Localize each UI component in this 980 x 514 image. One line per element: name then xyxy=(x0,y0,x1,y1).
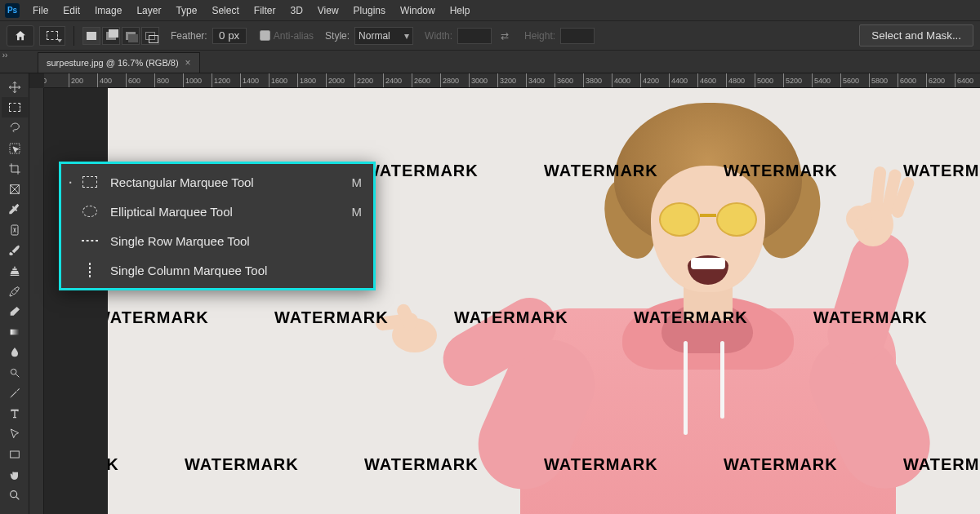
ruler-mark: 4600 xyxy=(697,73,716,87)
eyedropper-tool[interactable] xyxy=(2,199,28,219)
selection-subtract[interactable] xyxy=(122,27,140,45)
flyout-elliptical-marquee[interactable]: Elliptical Marquee Tool M xyxy=(61,197,373,226)
canvas-area: 0200400600800100012001400160018002000220… xyxy=(29,73,980,514)
ruler-mark: 5000 xyxy=(755,73,773,87)
watermark-text: WATERMARK xyxy=(724,162,838,180)
style-select[interactable]: Normal xyxy=(354,27,413,45)
tab-title: surpesture.jpg @ 16.7% (RGB/8) xyxy=(47,58,179,68)
history-brush-tool[interactable] xyxy=(2,281,28,301)
heal-tool[interactable] xyxy=(2,219,28,240)
ruler-mark: 0 xyxy=(44,73,47,87)
app-logo: Ps xyxy=(5,3,20,18)
menu-file[interactable]: File xyxy=(26,2,55,19)
clone-stamp-tool[interactable] xyxy=(2,260,28,281)
selection-intersect[interactable] xyxy=(141,27,159,45)
menu-plugins[interactable]: Plugins xyxy=(347,2,392,19)
menu-type[interactable]: Type xyxy=(169,2,203,19)
svg-rect-5 xyxy=(10,451,19,458)
watermark-text: WATERMARK xyxy=(454,308,568,327)
ruler-mark: 1200 xyxy=(212,73,230,87)
flyout-rectangular-marquee[interactable]: Rectangular Marquee Tool M xyxy=(61,167,373,197)
ruler-mark: 5400 xyxy=(812,73,831,87)
svg-point-4 xyxy=(11,369,16,374)
ruler-mark: 400 xyxy=(97,73,112,87)
menu-image[interactable]: Image xyxy=(88,2,128,19)
menu-help[interactable]: Help xyxy=(443,2,477,19)
ruler-mark: 3600 xyxy=(555,73,573,87)
type-tool[interactable] xyxy=(2,403,28,423)
eraser-tool[interactable] xyxy=(2,301,28,321)
tool-preset-picker[interactable] xyxy=(39,26,65,46)
tab-close-icon[interactable]: × xyxy=(185,57,191,69)
crop-tool[interactable] xyxy=(2,158,28,179)
flyout-single-row-marquee[interactable]: Single Row Marquee Tool xyxy=(61,226,373,255)
object-select-tool[interactable] xyxy=(2,138,28,158)
select-and-mask-button[interactable]: Select and Mask... xyxy=(859,24,973,47)
rectangle-tool[interactable] xyxy=(2,444,28,464)
ruler-mark: 5600 xyxy=(840,73,859,87)
ruler-mark: 4400 xyxy=(669,73,688,87)
dodge-tool[interactable] xyxy=(2,362,28,383)
watermark-text: WATERMARK xyxy=(185,455,299,474)
ruler-mark: 6400 xyxy=(955,73,973,87)
ruler-mark: 3200 xyxy=(497,73,516,87)
marquee-tool[interactable] xyxy=(2,97,28,117)
ellipse-marquee-icon xyxy=(81,203,99,219)
ruler-mark: 2600 xyxy=(412,73,430,87)
home-button[interactable] xyxy=(7,25,34,47)
feather-input[interactable] xyxy=(212,28,247,44)
panel-handle[interactable]: ›› xyxy=(0,51,10,60)
hand-tool[interactable] xyxy=(2,464,28,485)
frame-tool[interactable] xyxy=(2,179,28,199)
tools-panel xyxy=(0,73,29,514)
watermark-text: WATERMARK xyxy=(108,308,209,327)
menu-select[interactable]: Select xyxy=(205,2,245,19)
ruler-mark: 1000 xyxy=(183,73,202,87)
path-select-tool[interactable] xyxy=(2,423,28,444)
flyout-single-column-marquee[interactable]: Single Column Marquee Tool xyxy=(61,255,373,285)
ruler-mark: 3400 xyxy=(526,73,545,87)
ruler-mark: 6200 xyxy=(926,73,945,87)
move-tool[interactable] xyxy=(2,77,28,97)
menu-layer[interactable]: Layer xyxy=(130,2,167,19)
menu-window[interactable]: Window xyxy=(394,2,442,19)
height-label: Height: xyxy=(524,30,555,42)
menu-view[interactable]: View xyxy=(311,2,345,19)
menu-edit[interactable]: Edit xyxy=(56,2,87,19)
watermark-text: WATERMARK xyxy=(364,162,479,180)
watermark-text: WATERMARK xyxy=(724,455,838,474)
ruler-mark: 1600 xyxy=(269,73,287,87)
pen-tool[interactable] xyxy=(2,383,28,403)
ruler-mark: 3000 xyxy=(469,73,488,87)
ruler-horizontal[interactable]: 0200400600800100012001400160018002000220… xyxy=(44,73,980,88)
ruler-mark: 6000 xyxy=(898,73,916,87)
svg-point-6 xyxy=(10,490,16,497)
ruler-mark: 2200 xyxy=(354,73,373,87)
ruler-mark: 2800 xyxy=(440,73,459,87)
watermark-text: WATERMARK xyxy=(903,162,980,180)
ruler-mark: 800 xyxy=(154,73,169,87)
watermark-text: WATERMARK xyxy=(364,455,479,474)
blur-tool[interactable] xyxy=(2,342,28,362)
ruler-mark: 4800 xyxy=(726,73,745,87)
menu-filter[interactable]: Filter xyxy=(247,2,283,19)
menu-3d[interactable]: 3D xyxy=(283,2,309,19)
ruler-vertical[interactable] xyxy=(29,88,44,514)
brush-tool[interactable] xyxy=(2,240,28,260)
watermark-text: WATERMARK xyxy=(813,308,928,327)
gradient-tool[interactable] xyxy=(2,321,28,342)
watermark-text: WATERMARK xyxy=(903,455,980,474)
selection-add[interactable] xyxy=(102,27,120,45)
rect-marquee-icon xyxy=(81,174,99,190)
ruler-mark: 5800 xyxy=(869,73,888,87)
zoom-tool[interactable] xyxy=(2,485,28,505)
canvas[interactable]: WATERMARKWATERMARKWATERMARKWATERMARKWATE… xyxy=(108,88,980,514)
selection-new[interactable] xyxy=(82,27,100,45)
lasso-tool[interactable] xyxy=(2,117,28,138)
width-label: Width: xyxy=(425,30,452,42)
document-tab[interactable]: surpesture.jpg @ 16.7% (RGB/8) × xyxy=(38,52,200,73)
marquee-tool-flyout: Rectangular Marquee Tool M Elliptical Ma… xyxy=(59,162,376,290)
width-input xyxy=(457,28,492,44)
ruler-mark: 5200 xyxy=(783,73,802,87)
watermark-text: WATERMARK xyxy=(108,455,119,474)
